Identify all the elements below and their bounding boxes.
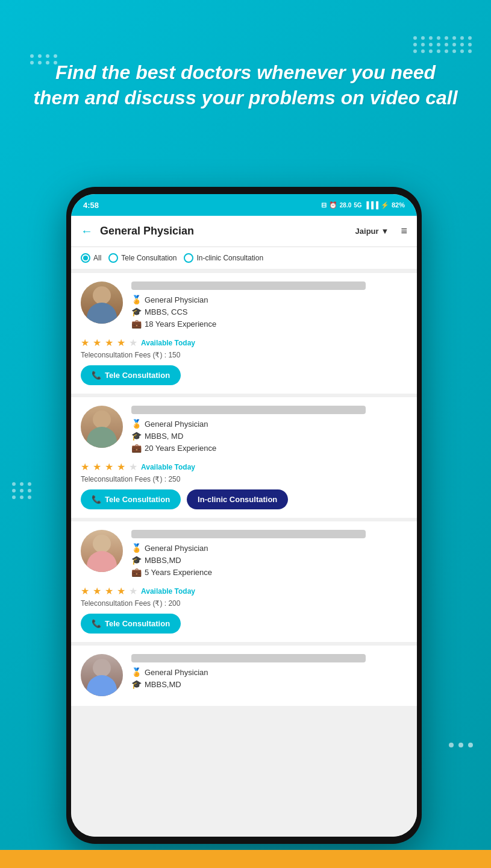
decorative-dots-bottom-right	[449, 743, 473, 747]
filter-clinic[interactable]: In-clinic Consultation	[184, 253, 263, 263]
hero-text: Find the best doctors whenever you need …	[30, 60, 461, 110]
doctor-name-blurred	[131, 530, 366, 538]
doctor-name-blurred	[131, 406, 366, 414]
tele-consultation-button[interactable]: 📞 Tele Consultation	[81, 489, 181, 509]
graduation-icon: 🎓	[131, 307, 141, 316]
button-row: 📞 Tele Consultation	[81, 365, 407, 385]
chevron-down-icon: ▼	[381, 227, 389, 236]
doctor-experience: 💼 18 Years Experience	[131, 319, 407, 329]
doctor-qualification: 🎓 MBBS, MD	[131, 431, 407, 441]
doctor-speciality: 🏅 General Physician	[131, 419, 407, 429]
clinic-consultation-button[interactable]: In-clinic Consultation	[187, 489, 288, 509]
medal-icon: 🏅	[131, 419, 141, 429]
star-2: ★	[93, 585, 101, 597]
phone-icon: 📞	[92, 371, 101, 380]
qualification-text: MBBS, MD	[145, 432, 183, 441]
experience-text: 18 Years Experience	[145, 319, 216, 329]
phone-frame: 4:58 ⊟ ⏰ 28.0 5G ▐▐▐ ⚡ 82% ← General Phy…	[66, 187, 422, 844]
star-5: ★	[129, 585, 137, 597]
filter-tabs: All Tele Consultation In-clinic Consulta…	[71, 247, 417, 269]
avatar-image	[81, 654, 123, 696]
doctor-details: 🏅 General Physician 🎓 MBBS,MD	[131, 654, 407, 696]
doctor-info-top: 🏅 General Physician 🎓 MBBS,MD	[81, 654, 407, 696]
graduation-icon: 🎓	[131, 555, 141, 565]
medal-icon: 🏅	[131, 543, 141, 553]
doctor-speciality: 🏅 General Physician	[131, 543, 407, 553]
app-header: ← General Physician Jaipur ▼ ≡	[71, 216, 417, 247]
filter-all-label: All	[93, 254, 101, 262]
tele-consultation-button[interactable]: 📞 Tele Consultation	[81, 614, 181, 634]
radio-tele	[108, 253, 118, 263]
filter-clinic-label: In-clinic Consultation	[196, 254, 263, 262]
status-time: 4:58	[83, 201, 99, 210]
doctor-name-blurred	[131, 654, 366, 662]
tele-button-label: Tele Consultation	[105, 495, 170, 504]
speciality-text: General Physician	[145, 668, 208, 677]
tele-button-label: Tele Consultation	[105, 371, 170, 380]
location-selector[interactable]: Jaipur ▼	[355, 227, 389, 236]
back-button[interactable]: ←	[81, 224, 93, 238]
doctor-card: 🏅 General Physician 🎓 MBBS,MD 💼 5 Years …	[71, 521, 417, 642]
star-1: ★	[81, 461, 89, 473]
doctor-info-top: 🏅 General Physician 🎓 MBBS, MD 💼 20 Year…	[81, 406, 407, 455]
availability-text: Available Today	[141, 339, 195, 347]
avatar	[81, 281, 123, 324]
status-icons: ⊟ ⏰ 28.0 5G ▐▐▐ ⚡ 82%	[321, 201, 405, 209]
doctor-qualification: 🎓 MBBS, CCS	[131, 307, 407, 316]
avatar-head	[93, 535, 111, 553]
fee-text: Teleconsultation Fees (₹) : 150	[81, 351, 407, 359]
doctor-experience: 💼 5 Years Experience	[131, 567, 407, 577]
star-5: ★	[129, 461, 137, 473]
button-row: 📞 Tele Consultation In-clinic Consultati…	[81, 489, 407, 509]
rating-row: ★ ★ ★ ★ ★ Available Today	[81, 337, 407, 348]
filter-all[interactable]: All	[81, 253, 101, 263]
doctor-card: 🏅 General Physician 🎓 MBBS, CCS 💼 18 Yea…	[71, 273, 417, 394]
graduation-icon: 🎓	[131, 431, 141, 441]
doctor-details: 🏅 General Physician 🎓 MBBS, CCS 💼 18 Yea…	[131, 281, 407, 331]
doctor-speciality: 🏅 General Physician	[131, 667, 407, 677]
filter-tele-label: Tele Consultation	[121, 254, 177, 262]
star-4: ★	[117, 585, 125, 597]
qualification-text: MBBS, CCS	[145, 307, 188, 316]
avatar	[81, 406, 123, 448]
qualification-text: MBBS,MD	[145, 680, 181, 689]
tele-button-label: Tele Consultation	[105, 619, 170, 628]
avatar-image	[81, 530, 123, 572]
star-3: ★	[105, 585, 113, 597]
fee-text: Teleconsultation Fees (₹) : 250	[81, 475, 407, 483]
avatar-image	[81, 281, 123, 324]
avatar-body	[87, 427, 117, 448]
avatar	[81, 654, 123, 696]
speciality-text: General Physician	[145, 420, 208, 429]
fee-text: Teleconsultation Fees (₹) : 200	[81, 599, 407, 608]
filter-tele[interactable]: Tele Consultation	[108, 253, 177, 263]
tele-consultation-button[interactable]: 📞 Tele Consultation	[81, 365, 181, 385]
page-title: General Physician	[100, 225, 348, 237]
star-1: ★	[81, 585, 89, 597]
availability-text: Available Today	[141, 587, 195, 596]
star-3: ★	[105, 461, 113, 473]
doctor-experience: 💼 20 Years Experience	[131, 443, 407, 453]
medal-icon: 🏅	[131, 295, 141, 304]
phone-screen: 4:58 ⊟ ⏰ 28.0 5G ▐▐▐ ⚡ 82% ← General Phy…	[71, 194, 417, 837]
speciality-text: General Physician	[145, 544, 208, 553]
radio-all	[81, 253, 90, 263]
star-4: ★	[117, 461, 125, 473]
doctor-name-blurred	[131, 281, 366, 290]
star-1: ★	[81, 337, 89, 348]
star-2: ★	[93, 337, 101, 348]
avatar	[81, 530, 123, 572]
rating-row: ★ ★ ★ ★ ★ Available Today	[81, 461, 407, 473]
filter-icon[interactable]: ≡	[401, 225, 407, 237]
avatar-body	[87, 675, 117, 696]
button-row: 📞 Tele Consultation	[81, 614, 407, 634]
experience-text: 20 Years Experience	[145, 444, 216, 453]
phone-icon: 📞	[92, 619, 101, 628]
doctor-details: 🏅 General Physician 🎓 MBBS,MD 💼 5 Years …	[131, 530, 407, 579]
star-2: ★	[93, 461, 101, 473]
avatar-head	[93, 286, 111, 304]
decorative-dots-mid-left	[12, 482, 33, 499]
star-5: ★	[129, 337, 137, 348]
clinic-button-label: In-clinic Consultation	[198, 495, 277, 504]
rating-row: ★ ★ ★ ★ ★ Available Today	[81, 585, 407, 597]
